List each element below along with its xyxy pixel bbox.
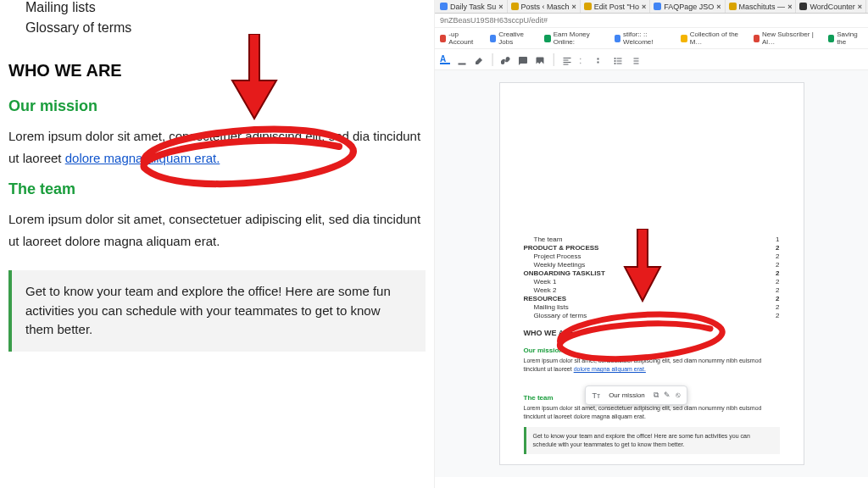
numbered-list-icon[interactable] xyxy=(630,54,640,64)
toc-row[interactable]: Mailing lists2 xyxy=(524,303,780,311)
heading-type-icon: Tт xyxy=(593,391,601,400)
toc-row[interactable]: Glossary of terms2 xyxy=(524,312,780,319)
url-bar[interactable]: 9nZBeasU19S8H63sccpU/edit# xyxy=(435,14,868,28)
align-icon[interactable] xyxy=(562,54,572,64)
link-target-label[interactable]: Our mission xyxy=(609,391,645,399)
text-color-icon[interactable] xyxy=(457,54,467,64)
close-tab-icon[interactable]: × xyxy=(787,3,792,11)
toc-row[interactable]: PRODUCT & PROCESS2 xyxy=(524,244,780,252)
mission-hyperlink[interactable]: dolore magna aliquam erat. xyxy=(65,151,220,165)
bookmark-item[interactable]: -up Account xyxy=(440,30,478,46)
close-tab-icon[interactable]: × xyxy=(498,3,503,11)
bookmark-item[interactable]: Collection of the M… xyxy=(681,30,741,46)
docs-canvas: The team1PRODUCT & PROCESS2Project Proce… xyxy=(435,70,868,477)
close-tab-icon[interactable]: × xyxy=(716,3,721,11)
table-of-contents: The team1PRODUCT & PROCESS2Project Proce… xyxy=(524,235,780,320)
bullet-list-icon[interactable] xyxy=(613,54,623,64)
team-paragraph: Lorem ipsum dolor sit amet, consectetuer… xyxy=(8,208,426,252)
bookmark-item[interactable]: Earn Money Online: xyxy=(544,30,602,46)
comment-icon[interactable] xyxy=(518,54,528,64)
bookmark-item[interactable]: Creative Jobs xyxy=(490,30,532,46)
svg-point-2 xyxy=(615,63,616,64)
mini-mission-text: Lorem ipsum dolor sit amet, consectetuer… xyxy=(524,357,780,374)
link-icon[interactable] xyxy=(501,54,511,64)
mini-heading-mission: Our mission xyxy=(524,347,780,354)
edit-link-icon[interactable]: ✎ xyxy=(664,391,670,400)
toc-row[interactable]: RESOURCES2 xyxy=(524,295,780,302)
toc-row[interactable]: Weekly Meetings2 xyxy=(524,261,780,269)
mission-paragraph: Lorem ipsum dolor sit amet, consectetuer… xyxy=(8,125,426,169)
toc-row[interactable]: ONBOARDING TASKLIST2 xyxy=(524,269,780,277)
toc-row[interactable]: Week 22 xyxy=(524,286,780,294)
browser-tab[interactable]: FAQPage JSO× xyxy=(650,0,725,13)
mini-team-text: Lorem ipsum dolor sit amet, consectetuer… xyxy=(524,404,780,421)
mini-heading-who-we-are: WHO WE ARE xyxy=(524,329,780,337)
left-document-view: Mailing lists Glossary of terms WHO WE A… xyxy=(0,0,434,488)
browser-tab[interactable]: Posts ‹ Masch× xyxy=(508,0,581,13)
browser-tab[interactable]: WordCounter× xyxy=(796,0,866,13)
close-tab-icon[interactable]: × xyxy=(642,3,646,11)
spacing-icon[interactable] xyxy=(579,54,589,64)
heading-the-team: The team xyxy=(8,180,426,198)
underline-icon[interactable]: A xyxy=(440,54,450,64)
right-browser-view: Daily Task Su×Posts ‹ Masch×Edit Post "H… xyxy=(434,0,868,488)
svg-point-1 xyxy=(615,60,616,62)
toc-item: Mailing lists xyxy=(25,0,426,15)
browser-tabs: Daily Task Su×Posts ‹ Masch×Edit Post "H… xyxy=(435,0,868,14)
browser-tab[interactable]: Edit Post "Ho× xyxy=(581,0,650,13)
mini-mission-link[interactable]: dolore magna aliquam erat. xyxy=(574,366,646,372)
document-page: The team1PRODUCT & PROCESS2Project Proce… xyxy=(499,82,804,465)
close-tab-icon[interactable]: × xyxy=(858,3,862,11)
checklist-icon[interactable] xyxy=(596,54,606,64)
mini-callout: Get to know your team and explore the of… xyxy=(524,427,780,454)
docs-toolbar: A | | xyxy=(435,49,868,70)
highlight-icon[interactable] xyxy=(474,54,484,64)
copy-link-icon[interactable]: ⧉ xyxy=(654,391,659,400)
remove-link-icon[interactable]: ⎋ xyxy=(676,391,680,400)
close-tab-icon[interactable]: × xyxy=(572,3,576,11)
svg-point-0 xyxy=(615,58,616,59)
image-icon[interactable] xyxy=(535,54,545,64)
callout-box: Get to know your team and explore the of… xyxy=(8,270,426,352)
bookmark-item[interactable]: stifor:: :: Welcome! xyxy=(615,30,670,46)
toc-row[interactable]: The team1 xyxy=(524,236,780,243)
heading-our-mission: Our mission xyxy=(8,97,426,115)
toc-row[interactable]: Project Process2 xyxy=(524,252,780,260)
bookmark-item[interactable]: New Subscriber | Al… xyxy=(754,30,816,46)
browser-tab[interactable]: Daily Task Su× xyxy=(437,0,508,13)
toc-item: Glossary of terms xyxy=(25,20,426,36)
bookmarks-bar: -up AccountCreative JobsEarn Money Onlin… xyxy=(435,28,868,49)
heading-who-we-are: WHO WE ARE xyxy=(8,61,426,80)
link-preview-popup: Tт Our mission ⧉ ✎ ⎋ xyxy=(585,385,687,405)
bookmark-item[interactable]: Saving the xyxy=(828,30,863,46)
browser-tab[interactable]: Maschituts —× xyxy=(726,0,797,13)
toc-row[interactable]: Week 12 xyxy=(524,278,780,286)
